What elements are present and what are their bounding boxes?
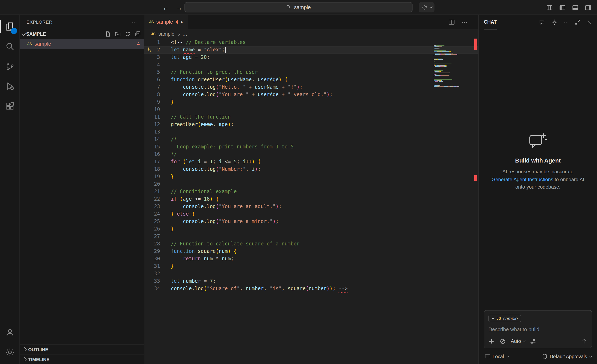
code-line[interactable]: 33let number = 7; bbox=[144, 277, 479, 285]
chevron-down-icon bbox=[589, 355, 592, 357]
code-line[interactable]: 9} bbox=[144, 98, 479, 106]
copilot-sparkle-icon bbox=[146, 47, 152, 53]
more-actions-icon[interactable] bbox=[131, 19, 137, 25]
close-icon[interactable] bbox=[586, 19, 592, 25]
chat-input-placeholder[interactable]: Describe what to build bbox=[488, 327, 588, 332]
chevron-down-icon bbox=[506, 355, 509, 357]
attach-plus-icon[interactable] bbox=[488, 338, 495, 344]
settings-button[interactable] bbox=[0, 342, 19, 362]
code-line[interactable]: 8 console.log("You are " + userAge + " y… bbox=[144, 91, 479, 98]
sidebar-item-search[interactable] bbox=[0, 37, 19, 56]
section-header-timeline[interactable]: TIMELINE bbox=[20, 354, 144, 364]
chat-input-box[interactable]: + JS sample Describe what to build Auto bbox=[484, 310, 592, 348]
code-line[interactable]: 17for (let i = 1; i <= 5; i++) { bbox=[144, 158, 479, 166]
local-device-icon bbox=[485, 354, 490, 359]
chat-sessions-icon[interactable] bbox=[539, 19, 546, 25]
section-header-sample[interactable]: SAMPLE bbox=[20, 29, 144, 39]
minimap-line bbox=[434, 76, 472, 77]
section-header-outline[interactable]: OUTLINE bbox=[20, 344, 144, 354]
collapse-all-icon[interactable] bbox=[135, 31, 141, 37]
chat-header: CHAT bbox=[479, 15, 597, 29]
activity-bar: 1 bbox=[0, 15, 20, 364]
new-folder-icon[interactable] bbox=[115, 31, 121, 37]
back-button[interactable]: ← bbox=[163, 4, 169, 11]
customize-layout-icon[interactable] bbox=[546, 4, 553, 11]
search-box[interactable]: sample bbox=[184, 2, 413, 12]
chat-sparkle-icon bbox=[528, 132, 548, 150]
account-button[interactable] bbox=[0, 323, 19, 342]
code-line[interactable]: 20 bbox=[144, 180, 479, 188]
code-line[interactable]: 11// Call the function bbox=[144, 113, 479, 121]
new-file-icon[interactable] bbox=[105, 31, 111, 37]
minimap-line bbox=[434, 40, 472, 41]
breadcrumb[interactable]: JS sample … bbox=[144, 29, 479, 39]
code-line[interactable]: 14/* bbox=[144, 135, 479, 143]
maximize-panel-icon[interactable] bbox=[575, 19, 581, 25]
context-chip-sample[interactable]: + JS sample bbox=[488, 315, 521, 322]
code-line[interactable]: 31} bbox=[144, 262, 479, 270]
toggle-sidebar-left-icon[interactable] bbox=[559, 4, 566, 11]
send-icon[interactable] bbox=[581, 338, 588, 345]
model-sliders-icon[interactable] bbox=[530, 338, 536, 344]
code-line[interactable]: 22if (age >= 18) { bbox=[144, 195, 479, 203]
approvals-picker[interactable]: Default Approvals bbox=[542, 354, 591, 359]
sidebar-item-run-debug[interactable] bbox=[0, 76, 19, 96]
code-line[interactable]: 10 bbox=[144, 106, 479, 113]
code-line[interactable]: 23 console.log("You are an adult."); bbox=[144, 203, 479, 210]
code-line[interactable]: 24} else { bbox=[144, 210, 479, 218]
sidebar-item-source-control[interactable] bbox=[0, 56, 19, 76]
code-line[interactable]: 5// Function to greet the user bbox=[144, 68, 479, 76]
sidebar-item-extensions[interactable] bbox=[0, 96, 19, 116]
file-item-sample[interactable]: JS sample 4 bbox=[20, 39, 144, 49]
error-overview-mark bbox=[474, 39, 477, 50]
tools-unavailable-icon[interactable] bbox=[500, 338, 506, 344]
session-target-picker[interactable]: Local bbox=[485, 354, 508, 359]
tab-sample[interactable]: JS sample 4 ● bbox=[144, 15, 188, 29]
code-line[interactable]: 29function square(num) { bbox=[144, 247, 479, 255]
tab-label: sample bbox=[156, 19, 173, 25]
sidebar-item-explorer[interactable]: 1 bbox=[0, 16, 19, 37]
code-line[interactable]: 15 Loop example: print numbers from 1 to… bbox=[144, 143, 479, 150]
minimap[interactable] bbox=[434, 40, 472, 82]
code-line[interactable]: 1<!-- // Declare variables bbox=[144, 39, 479, 46]
code-line[interactable]: 26} bbox=[144, 225, 479, 233]
code-line[interactable]: 19} bbox=[144, 173, 479, 180]
chevron-down-icon bbox=[523, 339, 526, 342]
code-line[interactable]: 16*/ bbox=[144, 150, 479, 158]
split-editor-icon[interactable] bbox=[448, 19, 455, 25]
code-line[interactable]: 34console.log("Square of", number, "is",… bbox=[144, 285, 479, 292]
explorer-sidebar: EXPLORER SAMPLE JS sample 4 OUTLINE TIME… bbox=[20, 15, 144, 364]
run-and-debug-icon bbox=[5, 82, 14, 91]
modified-dot[interactable]: ● bbox=[181, 20, 183, 24]
refresh-icon[interactable] bbox=[125, 31, 131, 37]
code-line[interactable]: 2let name = "Alex"; bbox=[144, 46, 479, 54]
code-line[interactable]: 18 console.log("Number:", i); bbox=[144, 166, 479, 173]
code-line[interactable]: 25 console.log("You are a minor."); bbox=[144, 218, 479, 225]
more-actions-icon[interactable] bbox=[461, 19, 468, 25]
toggle-sidebar-right-icon[interactable] bbox=[585, 4, 591, 11]
code-line[interactable]: 13 bbox=[144, 128, 479, 135]
code-line[interactable]: 28// Function to calculate square of a n… bbox=[144, 240, 479, 247]
code-line[interactable]: 30 return num * num; bbox=[144, 255, 479, 262]
js-file-icon: JS bbox=[151, 32, 156, 36]
code-line[interactable]: 27 bbox=[144, 233, 479, 240]
problems-badge: 4 bbox=[137, 41, 140, 47]
code-line[interactable]: 21// Conditional example bbox=[144, 188, 479, 195]
explorer-title: EXPLORER bbox=[27, 19, 52, 24]
code-line[interactable]: 4 bbox=[144, 61, 479, 68]
code-editor[interactable]: 1<!-- // Declare variables2let name = "A… bbox=[144, 39, 479, 364]
code-line[interactable]: 6function greetUser(userName, userAge) { bbox=[144, 76, 479, 83]
code-line[interactable]: 32 bbox=[144, 270, 479, 277]
tab-chat[interactable]: CHAT bbox=[484, 15, 497, 29]
mode-picker[interactable]: Auto bbox=[511, 338, 525, 344]
code-line[interactable]: 3let age = 20; bbox=[144, 54, 479, 61]
code-line[interactable]: 7 console.log("Hello, " + userName + "!"… bbox=[144, 83, 479, 91]
minimap-line bbox=[434, 42, 472, 43]
gear-icon[interactable] bbox=[551, 19, 558, 25]
generate-agent-instructions-link[interactable]: Generate Agent Instructions bbox=[492, 176, 553, 182]
toggle-panel-bottom-icon[interactable] bbox=[572, 4, 578, 11]
more-actions-icon[interactable] bbox=[563, 19, 569, 25]
forward-button[interactable]: → bbox=[176, 4, 182, 11]
layout-control-button[interactable] bbox=[419, 2, 434, 12]
code-line[interactable]: 12greetUser(name, age); bbox=[144, 121, 479, 128]
